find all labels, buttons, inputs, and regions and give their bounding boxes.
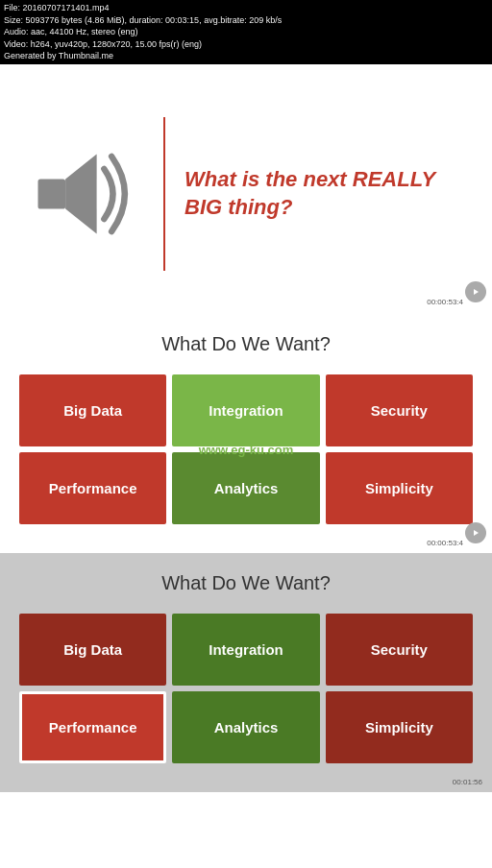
tile-simplicity-2[interactable]: Simplicity bbox=[326, 691, 473, 763]
file-info-line2: Size: 5093776 bytes (4.86 MiB), duration… bbox=[4, 14, 488, 27]
tile-integration[interactable]: Integration bbox=[172, 374, 319, 446]
speaker-icon bbox=[19, 132, 144, 256]
svg-rect-0 bbox=[38, 179, 66, 208]
tile-security[interactable]: Security bbox=[326, 374, 473, 446]
tile-analytics[interactable]: Analytics bbox=[172, 452, 319, 524]
svg-marker-2 bbox=[474, 289, 479, 295]
tile-simplicity[interactable]: Simplicity bbox=[326, 452, 473, 524]
tile-performance[interactable]: Performance bbox=[19, 452, 166, 524]
svg-marker-1 bbox=[65, 154, 97, 233]
timestamp-section1: 00:00:53:4 bbox=[427, 539, 463, 547]
next-arrow-section1[interactable] bbox=[465, 522, 486, 543]
tile-security-2[interactable]: Security bbox=[326, 614, 473, 686]
file-info-line5: Generated by Thumbnail.me bbox=[4, 50, 488, 62]
file-info-bar: File: 20160707171401.mp4 Size: 5093776 b… bbox=[0, 0, 492, 64]
tile-big-data-2[interactable]: Big Data bbox=[19, 614, 166, 686]
tile-analytics-2[interactable]: Analytics bbox=[172, 691, 319, 763]
timestamp-section2: 00:01:56 bbox=[453, 778, 482, 786]
section2-title: What Do We Want? bbox=[19, 572, 473, 594]
tile-grid-2: Big Data Integration Security Performanc… bbox=[19, 614, 473, 763]
divider-line bbox=[163, 117, 165, 271]
hero-section: What is the next REALLY BIG thing? 00:00… bbox=[0, 64, 492, 314]
file-info-line4: Video: h264, yuv420p, 1280x720, 15.00 fp… bbox=[4, 38, 488, 51]
hero-question: What is the next REALLY BIG thing? bbox=[184, 166, 473, 221]
timestamp-hero: 00:00:53:4 bbox=[427, 298, 463, 306]
next-arrow-hero[interactable] bbox=[465, 281, 486, 302]
tile-integration-2[interactable]: Integration bbox=[172, 614, 319, 686]
tile-performance-2[interactable]: Performance bbox=[19, 691, 166, 763]
grid-section-2: What Do We Want? Big Data Integration Se… bbox=[0, 553, 492, 792]
file-info-line3: Audio: aac, 44100 Hz, stereo (eng) bbox=[4, 26, 488, 38]
file-info-line1: File: 20160707171401.mp4 bbox=[4, 2, 488, 14]
section1-title: What Do We Want? bbox=[19, 333, 473, 355]
tile-big-data[interactable]: Big Data bbox=[19, 374, 166, 446]
svg-marker-3 bbox=[474, 530, 479, 536]
tile-grid-1: Big Data Integration Security Performanc… bbox=[19, 374, 473, 524]
grid-section-1: What Do We Want? Big Data Integration Se… bbox=[0, 314, 492, 553]
